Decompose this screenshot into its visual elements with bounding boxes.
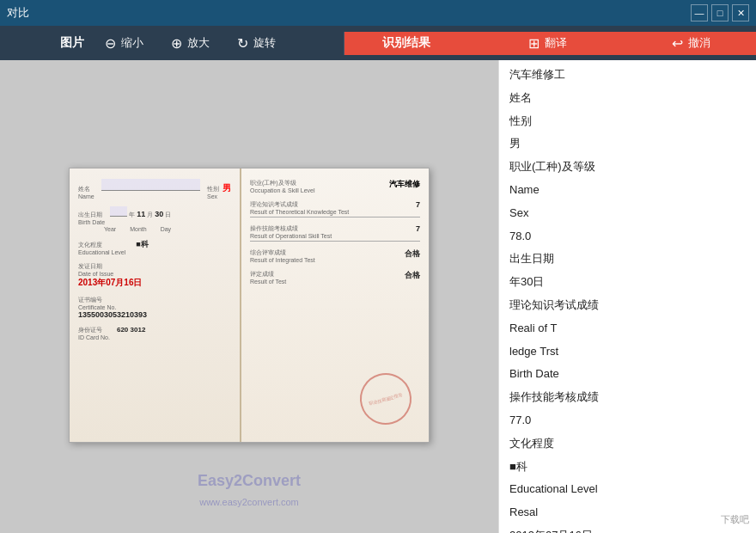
result-item-6: Sex [499, 202, 756, 225]
window-controls: — □ ✕ [691, 4, 749, 21]
zoom-in-icon: ⊕ [171, 35, 182, 52]
birth-year-label: 年 [129, 211, 135, 219]
result-item-18: Educational Level [499, 478, 756, 501]
zoom-out-button[interactable]: ⊖ 缩小 [98, 32, 150, 55]
minimize-button[interactable]: — [691, 4, 708, 21]
translate-icon: ⊞ [528, 35, 540, 52]
corner-logo: 下载吧 [721, 513, 749, 526]
toolbar: 图片 ⊖ 缩小 ⊕ 放大 ↻ 旋转 识别结果 ⊞ 翻译 ↩ 撤消 [0, 26, 756, 60]
op-value: 7 [416, 224, 420, 239]
issue-en-label: Date of Issue [78, 271, 231, 277]
zoom-out-label: 缩小 [121, 35, 143, 51]
passport-document: 姓名 Name 性别 Sex 男 出生日期 [69, 168, 430, 443]
rotate-label: 旋转 [253, 35, 276, 51]
id-cn-label: 身份证号 [78, 326, 110, 334]
cancel-button[interactable]: ↩ 撤消 [665, 32, 717, 55]
int-value: 合格 [405, 248, 420, 263]
issue-cn-label: 发证日期 [78, 262, 231, 271]
theory-en-label: Result of Theoretical Knowledge Test [250, 209, 349, 215]
edu-field: 文化程度 Educational Level ■科 [78, 239, 231, 255]
result-item-3: 男 [499, 132, 756, 156]
result-item-7: 78.0 [499, 225, 756, 248]
final-en-label: Result of Test [250, 279, 286, 285]
result-item-16: 文化程度 [499, 432, 756, 456]
name-en-label: Name [78, 193, 94, 199]
birth-month-value: 11 [137, 210, 145, 218]
edu-cn-label: 文化程度 [78, 241, 125, 249]
watermark-text: Easy2Convert [198, 472, 301, 490]
result-item-9: 年30日 [499, 271, 756, 294]
year-sublabel: Year [104, 226, 116, 232]
birth-en-label: Birth Date [78, 219, 105, 225]
maximize-button[interactable]: □ [711, 4, 729, 21]
cancel-icon: ↩ [672, 35, 683, 52]
result-item-10: 理论知识考试成绩 [499, 294, 756, 317]
result-item-12: ledge Trst [499, 340, 756, 364]
cert-en-label: Certificate No. [78, 304, 231, 310]
result-item-1: 姓名 [499, 87, 756, 110]
watermark-url: www.easy2convert.com [199, 497, 299, 507]
cert-value: 1355003053210393 [78, 310, 231, 319]
zoom-in-button[interactable]: ⊕ 放大 [164, 32, 216, 55]
sex-en-label: Sex [207, 193, 219, 199]
result-item-14: 操作技能考核成绩 [499, 386, 756, 409]
theory-cn-label: 理论知识考试成绩 [250, 200, 349, 209]
issue-field: 发证日期 Date of Issue 2013年07月16日 [78, 262, 231, 289]
occ-en-label: Occupation & Skill Level [250, 187, 314, 193]
rotate-button[interactable]: ↻ 旋转 [230, 32, 283, 55]
close-button[interactable]: ✕ [732, 4, 749, 21]
zoom-out-icon: ⊖ [105, 35, 116, 52]
name-field: 姓名 Name 性别 Sex 男 [78, 179, 231, 199]
final-field: 评定成绩 Result of Test 合格 [250, 270, 420, 285]
image-panel: 姓名 Name 性别 Sex 男 出生日期 [0, 60, 498, 533]
theory-field: 理论知识考试成绩 Result of Theoretical Knowledge… [250, 200, 420, 217]
occ-cn-label: 职业(工种)及等级 [250, 179, 314, 187]
results-list[interactable]: 汽车维修工姓名性别男职业(工种)及等级 Name Sex78.0出生日期年30日… [499, 60, 756, 533]
edu-value: ■科 [136, 239, 148, 250]
op-cn-label: 操作技能考核成绩 [250, 224, 332, 233]
cancel-label: 撤消 [688, 35, 710, 51]
id-value: 620 3012 [117, 326, 145, 340]
sex-cn-label: 性别 [207, 185, 219, 193]
result-item-17: ■科 [499, 456, 756, 479]
title-bar: 对比 — □ ✕ [0, 0, 756, 26]
birth-day-value: 30 [155, 210, 163, 218]
toolbar-left: 图片 ⊖ 缩小 ⊕ 放大 ↻ 旋转 [0, 32, 344, 55]
result-item-0: 汽车维修工 [499, 64, 756, 87]
result-item-5: Name [499, 179, 756, 202]
edu-en-label: Educational Level [78, 249, 125, 255]
birth-day-label: 日 [165, 211, 171, 219]
result-item-13: Birth Date [499, 363, 756, 386]
result-item-2: 性别 [499, 110, 756, 133]
translate-label: 翻译 [545, 35, 567, 51]
main-area: 姓名 Name 性别 Sex 男 出生日期 [0, 60, 756, 533]
image-section-label: 图片 [60, 35, 84, 51]
final-cn-label: 评定成绩 [250, 270, 286, 279]
birth-field: 出生日期 Birth Date 年 11 月 30 日 Year Month D… [78, 206, 231, 232]
occ-value: 汽车维修 [389, 179, 420, 193]
operation-field: 操作技能考核成绩 Result of Operational Skill Tes… [250, 224, 420, 242]
passport-right-page: 职业(工种)及等级 Occupation & Skill Level 汽车维修 … [241, 168, 429, 442]
int-en-label: Result of Integrated Test [250, 257, 315, 263]
month-sublabel: Month [130, 226, 146, 232]
birth-cn-label: 出生日期 [78, 211, 105, 219]
result-item-20: 2013年07月16日 [499, 524, 756, 533]
cert-cn-label: 证书编号 [78, 296, 231, 304]
window-title: 对比 [7, 5, 29, 21]
result-item-11: Reali of T [499, 317, 756, 340]
op-en-label: Result of Operational Skill Test [250, 233, 332, 239]
official-stamp: 职业技能鉴定指导 [354, 367, 417, 430]
birth-month-label: 月 [147, 211, 153, 219]
final-value: 合格 [405, 270, 420, 285]
results-section-label: 识别结果 [382, 35, 430, 51]
sex-value: 男 [223, 182, 231, 194]
issue-value: 2013年07月16日 [78, 277, 231, 289]
toolbar-right: 识别结果 ⊞ 翻译 ↩ 撤消 [344, 32, 756, 55]
theory-value: 7 [416, 200, 420, 215]
day-sublabel: Day [161, 226, 171, 232]
cert-field: 证书编号 Certificate No. 1355003053210393 [78, 296, 231, 319]
translate-button[interactable]: ⊞ 翻译 [521, 32, 574, 55]
zoom-in-label: 放大 [187, 35, 210, 51]
occupation-field: 职业(工种)及等级 Occupation & Skill Level 汽车维修 [250, 179, 420, 193]
result-item-8: 出生日期 [499, 248, 756, 271]
